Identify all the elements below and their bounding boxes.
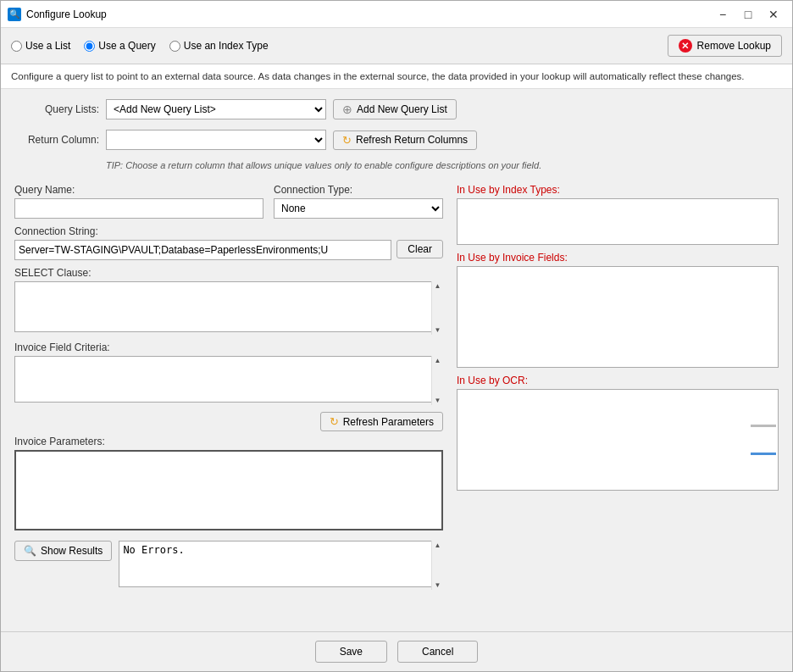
invoice-params-label: Invoice Parameters: <box>14 436 443 447</box>
title-bar: 🔍 Configure Lookup − □ ✕ <box>1 1 792 28</box>
invoice-params-group: ↻ Refresh Parameters Invoice Parameters: <box>14 412 443 530</box>
errors-textarea[interactable] <box>119 541 443 587</box>
select-clause-scrollbar[interactable]: ▲ ▼ <box>431 281 443 335</box>
connection-type-select[interactable]: None SQL Server Oracle ODBC <box>274 198 443 219</box>
query-name-label: Query Name: <box>14 184 263 196</box>
clear-button[interactable]: Clear <box>396 240 443 258</box>
select-clause-area: ▲ ▼ <box>14 281 443 335</box>
errors-area: ▲ ▼ <box>119 541 443 590</box>
window-controls: − □ ✕ <box>711 3 785 26</box>
query-lists-row: Query Lists: <Add New Query List> ⊕ Add … <box>14 99 779 119</box>
in-use-index-label: In Use by Index Types: <box>457 184 779 196</box>
add-circle-icon: ⊕ <box>342 103 352 116</box>
add-new-query-list-label: Add New Query List <box>357 103 447 115</box>
in-use-invoice-label: In Use by Invoice Fields: <box>457 252 779 264</box>
window-title: Configure Lookup <box>26 8 711 20</box>
select-clause-group: SELECT Clause: ▲ ▼ <box>14 267 443 335</box>
right-column: In Use by Index Types: In Use by Invoice… <box>457 184 779 621</box>
connection-string-input[interactable] <box>14 240 391 260</box>
close-button[interactable]: ✕ <box>762 3 785 26</box>
select-clause-textarea[interactable] <box>14 281 443 332</box>
in-use-ocr-label: In Use by OCR: <box>457 375 779 386</box>
bottom-bar: Save Cancel <box>1 631 792 671</box>
refresh-params-label: Refresh Parameters <box>343 416 434 428</box>
refresh-return-icon: ↻ <box>342 134 352 147</box>
connection-type-label: Connection Type: <box>274 184 443 196</box>
show-results-row: 🔍 Show Results ▲ ▼ <box>14 541 443 590</box>
use-query-label: Use a Query <box>98 40 155 52</box>
query-lists-label: Query Lists: <box>14 103 99 115</box>
invoice-params-textarea[interactable] <box>14 450 443 530</box>
use-list-label: Use a List <box>25 40 70 52</box>
in-use-invoice-section: In Use by Invoice Fields: <box>457 252 779 368</box>
toolbar: Use a List Use a Query Use an Index Type… <box>1 28 792 64</box>
info-text: Configure a query list to point to an ex… <box>11 71 745 81</box>
connection-string-row: Clear <box>14 240 443 260</box>
show-results-button[interactable]: 🔍 Show Results <box>14 541 112 561</box>
two-column-layout: Query Name: Connection Type: None SQL Se… <box>14 184 779 621</box>
refresh-params-row: ↻ Refresh Parameters <box>14 412 443 431</box>
use-list-radio[interactable] <box>11 41 22 52</box>
connection-string-group: Connection String: Clear <box>14 225 443 260</box>
query-name-conn-row: Query Name: Connection Type: None SQL Se… <box>14 184 443 219</box>
info-bar: Configure a query list to point to an ex… <box>1 64 792 89</box>
remove-icon: ✕ <box>679 39 692 53</box>
query-name-input[interactable] <box>14 198 263 219</box>
left-column: Query Name: Connection Type: None SQL Se… <box>14 184 443 621</box>
errors-scrollbar[interactable]: ▲ ▼ <box>431 541 443 590</box>
scroll-up-arrow2[interactable]: ▲ <box>435 357 441 364</box>
tip-text: TIP: Choose a return column that allows … <box>106 160 779 170</box>
query-lists-select[interactable]: <Add New Query List> <box>106 99 326 119</box>
refresh-params-icon: ↻ <box>330 415 339 428</box>
cancel-button[interactable]: Cancel <box>397 641 478 663</box>
save-button[interactable]: Save <box>315 641 387 663</box>
return-column-row: Return Column: ↻ Refresh Return Columns <box>14 130 779 150</box>
refresh-return-columns-label: Refresh Return Columns <box>356 134 468 146</box>
invoice-criteria-group: Invoice Field Criteria: ▲ ▼ <box>14 342 443 405</box>
use-query-radio[interactable] <box>84 41 95 52</box>
conn-type-group: Connection Type: None SQL Server Oracle … <box>274 184 443 219</box>
in-use-ocr-section: In Use by OCR: <box>457 375 779 491</box>
scroll-up-arrow[interactable]: ▲ <box>435 282 441 290</box>
use-index-radio-group[interactable]: Use an Index Type <box>169 40 269 52</box>
select-clause-label: SELECT Clause: <box>14 267 443 279</box>
configure-lookup-window: 🔍 Configure Lookup − □ ✕ Use a List Use … <box>0 0 793 672</box>
invoice-criteria-scrollbar[interactable]: ▲ ▼ <box>431 356 443 405</box>
invoice-criteria-label: Invoice Field Criteria: <box>14 342 443 353</box>
search-icon: 🔍 <box>24 545 36 557</box>
in-use-invoice-box <box>457 266 779 368</box>
refresh-parameters-button[interactable]: ↻ Refresh Parameters <box>320 412 443 431</box>
in-use-index-box <box>457 198 779 245</box>
minimize-button[interactable]: − <box>711 3 735 26</box>
add-new-query-list-button[interactable]: ⊕ Add New Query List <box>333 99 457 119</box>
connection-string-label: Connection String: <box>14 225 443 237</box>
return-column-label: Return Column: <box>14 134 99 146</box>
main-content: Query Lists: <Add New Query List> ⊕ Add … <box>1 89 792 631</box>
remove-lookup-button[interactable]: ✕ Remove Lookup <box>668 35 782 57</box>
maximize-button[interactable]: □ <box>736 3 760 26</box>
scroll-down-arrow[interactable]: ▼ <box>435 326 441 334</box>
window-icon: 🔍 <box>8 8 21 21</box>
show-results-label: Show Results <box>41 545 103 557</box>
scroll-down-arrow3[interactable]: ▼ <box>435 581 441 589</box>
query-name-group: Query Name: <box>14 184 263 219</box>
scroll-down-arrow2[interactable]: ▼ <box>435 397 441 404</box>
in-use-index-section: In Use by Index Types: <box>457 184 779 245</box>
use-list-radio-group[interactable]: Use a List <box>11 40 70 52</box>
use-index-radio[interactable] <box>169 41 180 52</box>
use-query-radio-group[interactable]: Use a Query <box>84 40 155 52</box>
invoice-criteria-textarea[interactable] <box>14 356 443 403</box>
in-use-ocr-box <box>457 389 779 491</box>
invoice-criteria-area: ▲ ▼ <box>14 356 443 405</box>
remove-lookup-label: Remove Lookup <box>697 40 771 52</box>
scroll-up-arrow3[interactable]: ▲ <box>435 541 441 549</box>
use-index-label: Use an Index Type <box>184 40 269 52</box>
refresh-return-columns-button[interactable]: ↻ Refresh Return Columns <box>333 131 477 150</box>
return-column-select[interactable] <box>106 130 326 150</box>
